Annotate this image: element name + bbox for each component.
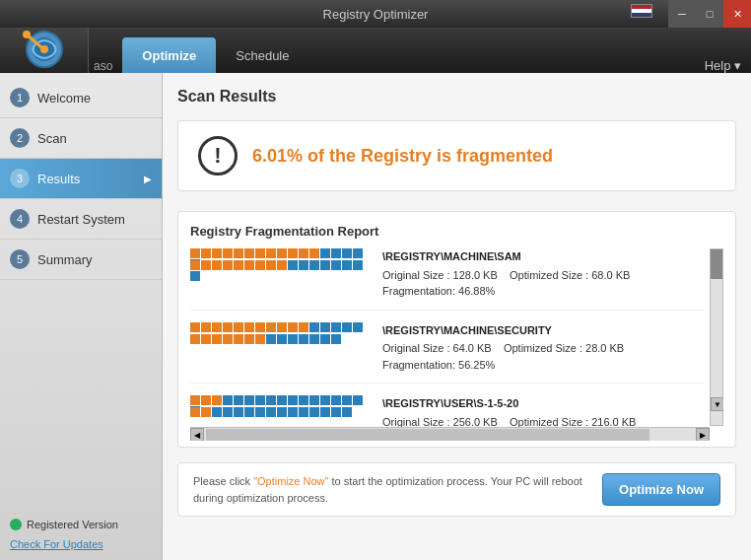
list-item: \REGISTRY\MACHINE\SECURITY Original Size… [190,322,704,385]
sidebar-label-summary: Summary [37,252,93,267]
item-frag-2: Fragmentation: 56.25% [382,357,704,374]
language-flag [631,4,652,18]
help-button[interactable]: Help ▾ [705,58,741,73]
main-layout: 1 Welcome 2 Scan 3 Results ▶ 4 Restart S… [0,73,751,560]
tab-schedule[interactable]: Schedule [216,37,308,73]
aso-label: aso [94,59,112,73]
bar-row-3-bot [190,407,373,417]
titlebar: Registry Optimizer ─ □ ✕ [0,0,751,28]
maximize-button[interactable]: □ [696,0,723,28]
horizontal-scrollbar[interactable]: ◀ ▶ [190,427,710,441]
frag-bars-2 [190,322,373,374]
item-orig-2: Original Size : 64.0 KB Optimized Size :… [382,340,704,357]
close-button[interactable]: ✕ [723,0,751,28]
scroll-down-arrow[interactable]: ▼ [711,397,723,411]
sidebar-label-restart: Restart System [37,212,125,227]
sidebar-item-results[interactable]: 3 Results ▶ [0,159,162,199]
sidebar-arrow-results: ▶ [144,174,152,184]
sidebar-label-results: Results [37,172,80,186]
vertical-scrollbar[interactable]: ▼ [710,248,723,426]
bottom-text-pre: Please click [193,475,253,487]
sidebar-item-restart[interactable]: 4 Restart System [0,199,162,240]
check-updates-link[interactable]: Check For Updates [10,538,152,550]
sidebar: 1 Welcome 2 Scan 3 Results ▶ 4 Restart S… [0,73,163,560]
bar-row-1-top [190,248,373,258]
sidebar-label-scan: Scan [37,131,67,146]
alert-icon: ! [198,136,238,175]
registered-version: Registered Version [10,519,152,530]
bar-row-2-top [190,322,373,332]
sidebar-num-scan: 2 [10,128,30,148]
registered-label: Registered Version [27,519,118,530]
item-orig-1: Original Size : 128.0 KB Optimized Size … [382,267,704,284]
bottom-action-bar: Please click "Optimize Now" to start the… [177,462,736,517]
sidebar-item-scan[interactable]: 2 Scan [0,118,162,159]
tab-optimize[interactable]: Optimize [122,37,216,73]
item-path-3: \REGISTRY\USER\S-1-5-20 [382,395,704,412]
svg-point-3 [23,31,31,38]
sidebar-num-welcome: 1 [10,88,30,107]
report-title: Registry Fragmentation Report [190,224,723,239]
content-area: Scan Results ! 6.01% of the Registry is … [163,73,751,560]
frag-bars-1 [190,248,373,300]
optimize-now-link: "Optimize Now" [253,475,328,487]
report-scroll[interactable]: \REGISTRY\MACHINE\SAM Original Size : 12… [190,248,723,441]
logo-area [0,28,89,73]
optimize-now-button[interactable]: Optimize Now [602,473,720,506]
app-title: Registry Optimizer [323,7,429,22]
sidebar-item-summary[interactable]: 5 Summary [0,240,162,280]
bottom-message: Please click "Optimize Now" to start the… [193,473,587,506]
item-path-2: \REGISTRY\MACHINE\SECURITY [382,322,704,339]
sidebar-num-results: 3 [10,169,30,188]
minimize-button[interactable]: ─ [668,0,696,28]
navbar: aso Optimize Schedule Help ▾ [0,28,751,73]
sidebar-num-restart: 4 [10,209,30,229]
nav-tabs: aso Optimize Schedule Help ▾ [89,28,751,73]
sidebar-label-welcome: Welcome [37,91,91,105]
alert-box: ! 6.01% of the Registry is fragmented [177,120,736,191]
scroll-right-arrow[interactable]: ▶ [696,428,710,441]
bar-row-1-bot [190,260,373,270]
item-path-1: \REGISTRY\MACHINE\SAM [382,248,704,265]
item-info-2: \REGISTRY\MACHINE\SECURITY Original Size… [382,322,704,374]
page-title: Scan Results [177,88,736,105]
sidebar-bottom: Registered Version Check For Updates [0,509,162,560]
bar-row-2-bot [190,334,373,344]
scroll-left-arrow[interactable]: ◀ [190,428,204,441]
h-scrollbar-thumb[interactable] [206,429,649,441]
registered-dot-icon [10,519,22,530]
sidebar-item-welcome[interactable]: 1 Welcome [0,78,162,118]
item-frag-1: Fragmentation: 46.88% [382,283,704,300]
sidebar-num-summary: 5 [10,249,30,269]
report-items: \REGISTRY\MACHINE\SAM Original Size : 12… [190,248,704,441]
scrollbar-thumb[interactable] [711,249,722,279]
app-logo-icon [22,30,67,71]
list-item: \REGISTRY\MACHINE\SAM Original Size : 12… [190,248,704,311]
item-info-1: \REGISTRY\MACHINE\SAM Original Size : 12… [382,248,704,300]
alert-text: 6.01% of the Registry is fragmented [252,146,553,167]
report-box: Registry Fragmentation Report [177,211,736,448]
bar-row-3-top [190,395,373,405]
